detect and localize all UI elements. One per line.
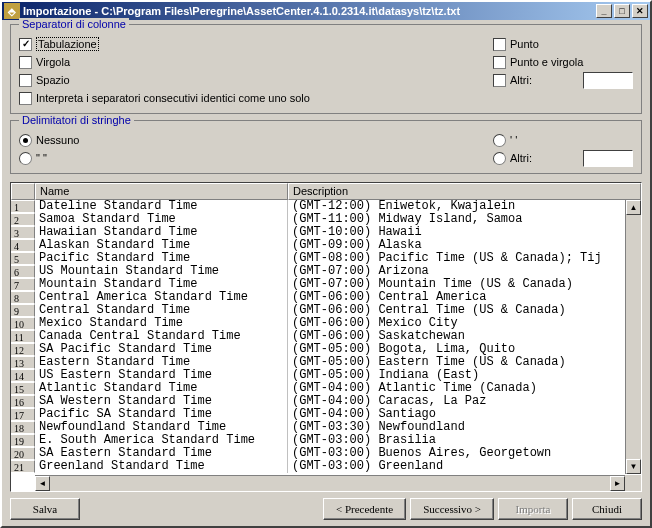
table-body[interactable]: 1Dateline Standard Time(GMT-12:00) Eniwe… [11, 200, 641, 491]
scroll-up-icon[interactable]: ▲ [626, 200, 641, 215]
table-row[interactable]: 1Dateline Standard Time(GMT-12:00) Eniwe… [11, 200, 641, 213]
space-checkbox-row[interactable]: Spazio [19, 71, 493, 89]
separators-legend: Separatori di colonne [19, 18, 129, 30]
other-sep-checkbox[interactable] [493, 74, 506, 87]
description-cell: (GMT-07:00) Arizona [288, 265, 641, 278]
doublequote-radio-row[interactable]: " " [19, 149, 493, 167]
name-cell: Greenland Standard Time [35, 460, 288, 473]
table-row[interactable]: 20SA Eastern Standard Time(GMT-03:00) Bu… [11, 447, 641, 460]
name-cell: Atlantic Standard Time [35, 382, 288, 395]
description-cell: (GMT-05:00) Bogota, Lima, Quito [288, 343, 641, 356]
semicolon-checkbox-row[interactable]: Punto e virgola [493, 53, 633, 71]
previous-button[interactable]: < Precedente [323, 498, 406, 520]
row-number: 10 [11, 317, 35, 330]
row-number: 19 [11, 434, 35, 447]
table-row[interactable]: 14US Eastern Standard Time(GMT-05:00) In… [11, 369, 641, 382]
description-header[interactable]: Description [288, 183, 641, 200]
table-row[interactable]: 10Mexico Standard Time(GMT-06:00) Mexico… [11, 317, 641, 330]
table-row[interactable]: 5Pacific Standard Time(GMT-08:00) Pacifi… [11, 252, 641, 265]
name-cell: Hawaiian Standard Time [35, 226, 288, 239]
description-cell: (GMT-04:00) Atlantic Time (Canada) [288, 382, 641, 395]
dot-checkbox[interactable] [493, 38, 506, 51]
table-row[interactable]: 12SA Pacific Standard Time(GMT-05:00) Bo… [11, 343, 641, 356]
table-row[interactable]: 21Greenland Standard Time(GMT-03:00) Gre… [11, 460, 641, 473]
name-cell: SA Eastern Standard Time [35, 447, 288, 460]
table-row[interactable]: 7Mountain Standard Time(GMT-07:00) Mount… [11, 278, 641, 291]
singlequote-radio-row[interactable]: ' ' [493, 131, 633, 149]
row-number: 16 [11, 395, 35, 408]
row-number: 8 [11, 291, 35, 304]
table-row[interactable]: 17Pacific SA Standard Time(GMT-04:00) Sa… [11, 408, 641, 421]
import-button[interactable]: Importa [498, 498, 568, 520]
table-row[interactable]: 16SA Western Standard Time(GMT-04:00) Ca… [11, 395, 641, 408]
other-sep-checkbox-row[interactable]: Altri: [493, 71, 633, 89]
minimize-button[interactable]: _ [596, 4, 612, 18]
name-cell: Pacific Standard Time [35, 252, 288, 265]
name-cell: Dateline Standard Time [35, 200, 288, 213]
row-number: 2 [11, 213, 35, 226]
description-cell: (GMT-09:00) Alaska [288, 239, 641, 252]
row-number: 6 [11, 265, 35, 278]
table-row[interactable]: 9Central Standard Time(GMT-06:00) Centra… [11, 304, 641, 317]
doublequote-label: " " [36, 152, 47, 164]
name-header[interactable]: Name [35, 183, 288, 200]
description-cell: (GMT-03:00) Buenos Aires, Georgetown [288, 447, 641, 460]
save-button[interactable]: Salva [10, 498, 80, 520]
maximize-button[interactable]: □ [614, 4, 630, 18]
consecutive-checkbox-row[interactable]: Interpreta i separatori consecutivi iden… [19, 89, 493, 107]
rownum-header[interactable] [11, 183, 35, 200]
name-cell: Alaskan Standard Time [35, 239, 288, 252]
comma-checkbox[interactable] [19, 56, 32, 69]
consecutive-checkbox[interactable] [19, 92, 32, 105]
doublequote-radio[interactable] [19, 152, 32, 165]
name-cell: US Eastern Standard Time [35, 369, 288, 382]
window-title: Importazione - C:\Program Files\Peregrin… [23, 5, 594, 17]
table-row[interactable]: 18Newfoundland Standard Time(GMT-03:30) … [11, 421, 641, 434]
main-window: ⬘ Importazione - C:\Program Files\Peregr… [0, 0, 652, 528]
tab-checkbox[interactable] [19, 38, 32, 51]
description-cell: (GMT-08:00) Pacific Time (US & Canada); … [288, 252, 641, 265]
dot-checkbox-row[interactable]: Punto [493, 35, 633, 53]
table-row[interactable]: 6US Mountain Standard Time(GMT-07:00) Ar… [11, 265, 641, 278]
table-row[interactable]: 4Alaskan Standard Time(GMT-09:00) Alaska [11, 239, 641, 252]
table-row[interactable]: 2Samoa Standard Time(GMT-11:00) Midway I… [11, 213, 641, 226]
scroll-left-icon[interactable]: ◄ [35, 476, 50, 491]
space-checkbox[interactable] [19, 74, 32, 87]
description-cell: (GMT-04:00) Santiago [288, 408, 641, 421]
close-button[interactable]: ✕ [632, 4, 648, 18]
other-delim-radio-row[interactable]: Altri: [493, 149, 633, 167]
semicolon-checkbox[interactable] [493, 56, 506, 69]
name-cell: Canada Central Standard Time [35, 330, 288, 343]
name-cell: Central America Standard Time [35, 291, 288, 304]
table-row[interactable]: 13Eastern Standard Time(GMT-05:00) Easte… [11, 356, 641, 369]
none-radio-row[interactable]: Nessuno [19, 131, 493, 149]
comma-checkbox-row[interactable]: Virgola [19, 53, 493, 71]
name-cell: Mexico Standard Time [35, 317, 288, 330]
other-delim-radio[interactable] [493, 152, 506, 165]
other-sep-input[interactable] [583, 72, 633, 89]
close-dialog-button[interactable]: Chiudi [572, 498, 642, 520]
next-button[interactable]: Successivo > [410, 498, 494, 520]
description-cell: (GMT-03:30) Newfoundland [288, 421, 641, 434]
row-number: 5 [11, 252, 35, 265]
singlequote-radio[interactable] [493, 134, 506, 147]
description-cell: (GMT-06:00) Central America [288, 291, 641, 304]
scroll-down-icon[interactable]: ▼ [626, 459, 641, 474]
table-row[interactable]: 15Atlantic Standard Time(GMT-04:00) Atla… [11, 382, 641, 395]
table-row[interactable]: 11Canada Central Standard Time(GMT-06:00… [11, 330, 641, 343]
other-delim-input[interactable] [583, 150, 633, 167]
vertical-scrollbar[interactable]: ▲ ▼ [625, 200, 641, 474]
table-row[interactable]: 3Hawaiian Standard Time(GMT-10:00) Hawai… [11, 226, 641, 239]
description-cell: (GMT-07:00) Mountain Time (US & Canada) [288, 278, 641, 291]
scroll-right-icon[interactable]: ► [610, 476, 625, 491]
none-radio[interactable] [19, 134, 32, 147]
table-row[interactable]: 8Central America Standard Time(GMT-06:00… [11, 291, 641, 304]
table-row[interactable]: 19E. South America Standard Time(GMT-03:… [11, 434, 641, 447]
name-cell: Samoa Standard Time [35, 213, 288, 226]
row-number: 4 [11, 239, 35, 252]
horizontal-scrollbar[interactable]: ◄ ► [35, 475, 625, 491]
description-cell: (GMT-03:00) Brasilia [288, 434, 641, 447]
row-number: 21 [11, 460, 35, 473]
tab-checkbox-row[interactable]: Tabulazione [19, 35, 493, 53]
description-cell: (GMT-04:00) Caracas, La Paz [288, 395, 641, 408]
